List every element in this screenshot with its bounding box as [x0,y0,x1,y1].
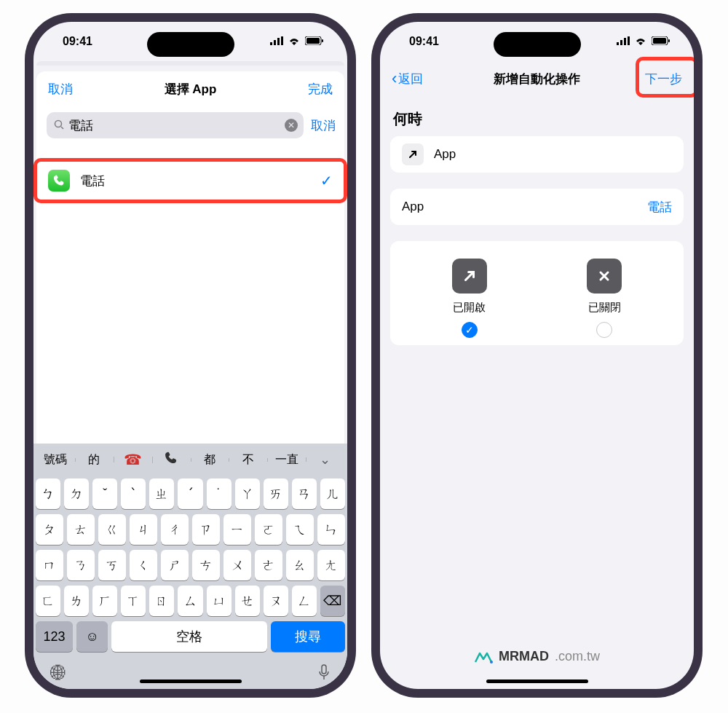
key[interactable]: ㄝ [235,586,260,616]
watermark: MRMAD.com.tw [380,649,694,664]
app-label: App [402,200,647,214]
search-cancel-button[interactable]: 取消 [311,117,336,134]
globe-icon[interactable]: 🌐︎ [50,664,66,685]
key[interactable]: ㄕ [161,550,189,580]
key[interactable]: ˇ [92,478,117,509]
cellular-icon [617,35,630,48]
key[interactable]: ˋ [121,478,146,509]
key[interactable]: ㄞ [264,478,288,509]
suggestion-emoji[interactable] [152,451,191,469]
svg-point-7 [55,120,62,127]
key[interactable]: ㄏ [92,586,117,616]
svg-rect-14 [628,36,630,45]
cancel-button[interactable]: 取消 [48,81,73,98]
clear-icon[interactable]: ✕ [285,119,298,132]
app-row-phone[interactable]: 電話 ✓ [36,160,344,201]
key[interactable]: ㄋ [67,550,95,580]
key[interactable]: ㄙ [178,586,202,616]
svg-rect-3 [281,36,283,45]
suggestion[interactable]: 都 [191,452,229,468]
kb-row-1: ㄅ ㄉ ˇ ˋ ㄓ ˊ ˙ ㄚ ㄞ ㄢ ㄦ [36,478,345,509]
phone-frame-right: 09:41 ‹ 返回 新增自動化操作 下一步 何時 [371,13,703,698]
key[interactable]: ˙ [207,478,232,509]
key[interactable]: ㄊ [67,514,95,545]
search-row: 電話 ✕ 取消 [36,106,344,147]
trigger-label: App [434,147,672,162]
key[interactable]: ㄨ [223,550,251,580]
key[interactable]: ㄌ [64,586,89,616]
watermark-domain: .com.tw [555,649,600,664]
key[interactable]: ㄠ [286,550,314,580]
numbers-key[interactable]: 123 [36,621,73,652]
key[interactable]: ㄉ [64,478,89,509]
suggestion[interactable]: 的 [75,452,114,468]
closed-label: 已關閉 [588,301,621,315]
search-input[interactable]: 電話 ✕ [47,112,304,138]
app-select-row[interactable]: App 電話 [402,189,672,225]
key[interactable]: ㄤ [317,550,345,580]
toggle-closed[interactable]: 已關閉 [561,259,648,338]
expand-suggestions-icon[interactable]: ⌄ [306,452,344,468]
key[interactable]: ㄆ [36,514,63,545]
emoji-key[interactable]: ☺ [76,621,108,652]
search-key[interactable]: 搜尋 [271,621,346,652]
mic-icon[interactable] [317,664,331,685]
key[interactable]: ㄅ [36,478,60,509]
suggestion[interactable]: 號碼 [36,452,75,468]
svg-rect-5 [306,38,320,44]
battery-icon [305,35,324,48]
suggestion[interactable]: 不 [229,452,267,468]
closed-icon [587,259,622,294]
key[interactable]: ㄗ [192,514,220,545]
svg-rect-1 [274,40,276,45]
key[interactable]: ㄩ [207,586,232,616]
key[interactable]: ㄖ [149,586,174,616]
key[interactable]: ˊ [178,478,202,509]
key[interactable]: ㄘ [192,550,220,580]
key[interactable]: ㄓ [149,478,174,509]
radio-selected[interactable]: ✓ [462,322,478,338]
suggestion-emoji[interactable]: ☎ [114,451,152,468]
key[interactable]: ㄜ [255,550,282,580]
highlight-box [33,158,347,203]
key[interactable]: ㄛ [255,514,282,545]
key[interactable]: ㄒ [121,586,146,616]
chevron-left-icon: ‹ [392,69,397,88]
backspace-key[interactable]: ⌫ [320,586,345,616]
key[interactable]: ㄦ [320,478,345,509]
battery-icon [652,35,670,48]
status-time: 09:41 [409,35,439,48]
key[interactable]: ㄚ [235,478,260,509]
section-header-when: 何時 [380,96,694,136]
done-button[interactable]: 完成 [308,81,333,98]
radio-unselected[interactable] [596,322,612,338]
key[interactable]: ㄎ [98,550,126,580]
space-key[interactable]: 空格 [111,621,267,652]
home-indicator [140,679,242,683]
key[interactable]: ㄢ [292,478,317,509]
kb-row-4: ㄈ ㄌ ㄏ ㄒ ㄖ ㄙ ㄩ ㄝ ㄡ ㄥ ⌫ [36,586,345,616]
key[interactable]: ㄐ [130,514,157,545]
status-time: 09:41 [63,35,92,48]
open-app-icon [402,143,424,165]
wifi-icon [634,35,647,48]
toggle-opened[interactable]: 已開啟 ✓ [426,259,513,338]
key[interactable]: ㄔ [161,514,189,545]
key[interactable]: ㄥ [292,586,317,616]
nav-title: 選擇 App [36,81,344,98]
kb-row-3: ㄇ ㄋ ㄎ ㄑ ㄕ ㄘ ㄨ ㄜ ㄠ ㄤ [36,550,345,580]
key[interactable]: ㄣ [317,514,345,545]
key[interactable]: ㄈ [36,586,60,616]
back-button[interactable]: ‹ 返回 [392,69,423,88]
svg-rect-13 [624,38,626,45]
key[interactable]: ㄍ [98,514,126,545]
key[interactable]: ㄑ [130,550,157,580]
watermark-brand: MRMAD [499,649,549,664]
key[interactable]: ㄧ [223,514,251,545]
suggestion[interactable]: 一直 [267,452,306,468]
trigger-row[interactable]: App [402,136,672,173]
key[interactable]: ㄡ [264,586,288,616]
key[interactable]: ㄇ [36,550,63,580]
key[interactable]: ㄟ [286,514,314,545]
home-indicator [486,679,588,683]
